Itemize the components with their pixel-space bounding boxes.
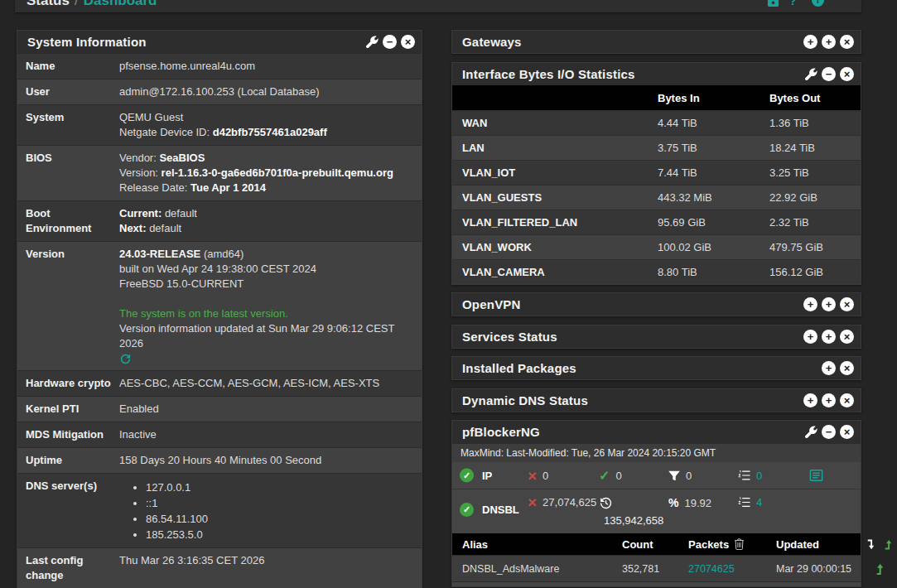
wrench-icon[interactable] bbox=[805, 426, 817, 438]
alias-packets-link[interactable]: 27074625 bbox=[688, 563, 735, 575]
interface-table-header: Bytes In Bytes Out bbox=[452, 85, 861, 110]
panel-title: Installed Packages bbox=[462, 361, 576, 375]
stats-value: 27,074,625 bbox=[543, 496, 596, 508]
bytes-in-value: 100.02 GiB bbox=[658, 241, 769, 253]
plus-circle-icon[interactable]: + bbox=[822, 35, 836, 49]
history-icon bbox=[599, 496, 613, 510]
system-information-panel: System Information −× Namepfsense.home.u… bbox=[17, 30, 422, 588]
breadcrumb-section: Status bbox=[27, 0, 70, 8]
sysinfo-row-kernel-pti: Kernel PTIEnabled bbox=[17, 396, 422, 422]
stats-value: 0 bbox=[543, 470, 548, 482]
services-status-panel: Services Status ++× bbox=[451, 325, 861, 349]
panel-title: System Information bbox=[27, 35, 147, 49]
alias-count: 352,781 bbox=[622, 563, 688, 575]
breadcrumb-page-link[interactable]: Dashboard bbox=[84, 0, 157, 8]
plus-circle-icon[interactable]: + bbox=[803, 35, 817, 49]
interface-bytes-panel: Interface Bytes I/O Statistics −× Bytes … bbox=[451, 62, 861, 285]
list-ol-icon bbox=[738, 496, 750, 508]
row-label: Version bbox=[17, 242, 111, 370]
bytes-in-value: 3.75 TiB bbox=[658, 142, 769, 154]
pfblocker-stats-row-ip: ✓IP×0✓000 bbox=[452, 462, 861, 489]
bytes-out-value: 1.36 TiB bbox=[769, 117, 809, 129]
bytes-in-value: 443.32 MiB bbox=[658, 191, 769, 204]
filter-icon bbox=[668, 470, 680, 481]
stats-cell: ×0 bbox=[528, 470, 548, 482]
alias-name: DNSBL_AdsMalware bbox=[452, 563, 622, 575]
plus-circle-icon[interactable]: + bbox=[803, 393, 817, 407]
bytes-out-value: 2.32 TiB bbox=[769, 216, 809, 229]
view-log-icon[interactable] bbox=[808, 468, 824, 484]
plus-circle-icon[interactable]: + bbox=[822, 330, 836, 344]
interface-row-vlan_work: VLAN_WORK100.02 GiB479.75 GiB bbox=[452, 234, 861, 259]
close-circle-icon[interactable]: × bbox=[840, 361, 854, 375]
row-value: admin@172.16.100.253 (Local Database) bbox=[111, 80, 422, 104]
pfblocker-stats-row-dnsbl: ✓DNSBL×27,074,625%19.924135,942,658 bbox=[452, 489, 861, 533]
close-circle-icon[interactable]: × bbox=[840, 393, 854, 407]
wrench-icon[interactable] bbox=[805, 68, 817, 80]
close-circle-icon[interactable]: × bbox=[840, 35, 854, 49]
interface-name: VLAN_IOT bbox=[452, 166, 658, 179]
stats-cell bbox=[599, 496, 613, 510]
interface-name: VLAN_WORK bbox=[452, 241, 658, 253]
close-circle-icon[interactable]: × bbox=[401, 35, 415, 49]
row-value: 127.0.0.1::186.54.11.100185.253.5.0 bbox=[111, 474, 422, 547]
stats-cell bbox=[808, 468, 824, 484]
interface-name: WAN bbox=[452, 117, 658, 129]
sort-descending-icon[interactable] bbox=[865, 538, 877, 551]
stats-cell: 4 bbox=[738, 496, 762, 508]
pfblockerng-panel: pfBlockerNG −× MaxMind: Last-Modified: T… bbox=[451, 420, 861, 587]
panel-title: Gateways bbox=[462, 35, 522, 49]
blocked-x-icon: × bbox=[528, 497, 537, 508]
sysinfo-row-bios: BIOSVendor: SeaBIOSVersion: rel-1.16.3-0… bbox=[17, 145, 422, 200]
row-value: Thu Mar 26 3:16:35 CET 2026 bbox=[111, 548, 422, 588]
minus-circle-icon[interactable]: − bbox=[822, 425, 836, 439]
stats-cell: %19.92 bbox=[668, 496, 711, 509]
minus-circle-icon[interactable]: − bbox=[822, 67, 836, 81]
help-icon[interactable]: ? bbox=[789, 0, 802, 7]
row-sort-up-icon[interactable] bbox=[873, 562, 886, 576]
row-label: Boot Environment bbox=[17, 201, 111, 241]
dns-server-item: ::1 bbox=[146, 495, 417, 511]
save-dashboard-icon[interactable] bbox=[767, 0, 779, 7]
close-circle-icon[interactable]: × bbox=[840, 425, 854, 439]
pfblocker-table-header: Alias Count Packets Updated bbox=[452, 533, 861, 555]
plus-circle-icon[interactable]: + bbox=[822, 393, 836, 407]
info-icon[interactable]: i bbox=[812, 0, 824, 7]
plus-circle-icon[interactable]: + bbox=[822, 297, 836, 311]
sysinfo-row-last-config-change: Last config changeThu Mar 26 3:16:35 CET… bbox=[17, 547, 422, 588]
close-circle-icon[interactable]: × bbox=[840, 297, 854, 311]
sysinfo-row-hardware-crypto: Hardware cryptoAES-CBC, AES-CCM, AES-GCM… bbox=[17, 370, 422, 396]
stats-row-label: IP bbox=[482, 470, 492, 482]
status-enabled-icon: ✓ bbox=[460, 503, 474, 517]
interface-name: VLAN_GUESTS bbox=[452, 191, 658, 204]
close-circle-icon[interactable]: × bbox=[840, 330, 854, 344]
row-label: Hardware crypto bbox=[17, 371, 111, 396]
interface-row-lan: LAN3.75 TiB18.24 TiB bbox=[452, 135, 861, 160]
row-label: Name bbox=[17, 54, 111, 79]
close-circle-icon[interactable]: × bbox=[840, 67, 854, 81]
minus-circle-icon[interactable]: − bbox=[383, 35, 397, 49]
plus-circle-icon[interactable]: + bbox=[803, 330, 817, 344]
row-value: 24.03-RELEASE (amd64)built on Wed Apr 24… bbox=[111, 242, 422, 370]
sort-ascending-icon[interactable] bbox=[882, 538, 895, 551]
trash-icon[interactable] bbox=[734, 538, 745, 550]
row-value: pfsense.home.unreal4u.com bbox=[111, 54, 422, 79]
openvpn-panel: OpenVPN ++× bbox=[451, 292, 861, 316]
bytes-out-value: 18.24 TiB bbox=[769, 142, 815, 154]
interface-name: VLAN_FILTERED_LAN bbox=[452, 216, 658, 229]
sysinfo-row-dns-server-s-: DNS server(s)127.0.0.1::186.54.11.100185… bbox=[17, 473, 422, 547]
panel-footer bbox=[452, 581, 861, 586]
stats-cell: ×27,074,625 bbox=[528, 496, 596, 508]
refresh-version-icon[interactable] bbox=[119, 353, 417, 365]
bytes-out-value: 3.25 TiB bbox=[769, 166, 809, 179]
stats-cell: ✓0 bbox=[599, 470, 622, 482]
row-value: QEMU GuestNetgate Device ID: d42bfb75574… bbox=[111, 105, 422, 145]
panel-title: Services Status bbox=[462, 330, 557, 344]
plus-circle-icon[interactable]: + bbox=[803, 297, 817, 311]
bytes-in-value: 8.80 TiB bbox=[658, 266, 769, 278]
stats-value: 19.92 bbox=[684, 497, 711, 509]
wrench-icon[interactable] bbox=[366, 36, 379, 48]
plus-circle-icon[interactable]: + bbox=[822, 361, 836, 375]
bytes-out-value: 479.75 GiB bbox=[769, 241, 823, 253]
bytes-out-value: 22.92 GiB bbox=[769, 191, 817, 204]
